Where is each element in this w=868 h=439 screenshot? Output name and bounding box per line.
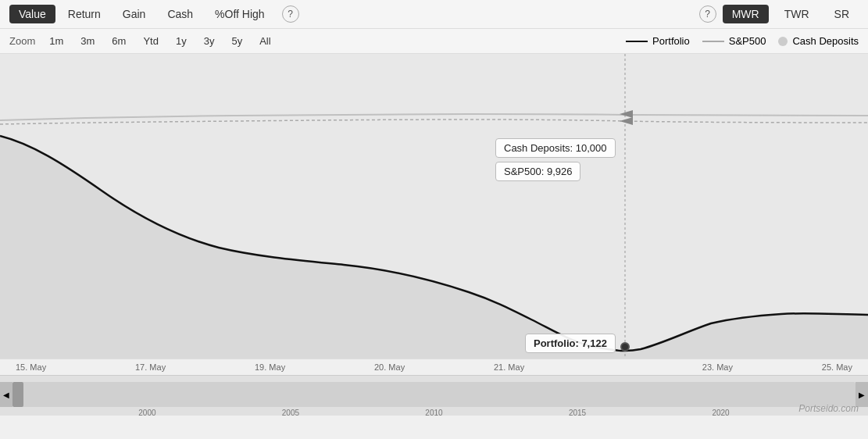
scrollbar-area: ◀ 2000 2005 2010 2015 2020 ▶ Portseido.c… — [0, 375, 868, 416]
year-2020: 2020 — [712, 409, 729, 416]
zoom-controls: Zoom 1m 3m 6m Ytd 1y 3y 5y All — [9, 34, 277, 48]
zoom-1m[interactable]: 1m — [43, 34, 70, 48]
tab-return[interactable]: Return — [59, 5, 110, 23]
branding: Portseido.com — [798, 403, 859, 414]
legend-portfolio-line — [626, 41, 648, 42]
scrollbar-track — [13, 382, 855, 407]
year-2010: 2010 — [425, 409, 442, 416]
tab-sr[interactable]: SR — [825, 5, 859, 23]
legend-portfolio-label: Portfolio — [652, 35, 690, 47]
tabs-right: ? MWR TWR SR — [695, 5, 859, 23]
x-label-3: 20. May — [374, 362, 405, 372]
chart-legend: Portfolio S&P500 Cash Deposits — [626, 35, 859, 47]
top-bar: Value Return Gain Cash %Off High ? ? MWR… — [0, 0, 868, 29]
year-labels: 2000 2005 2010 2015 2020 — [13, 409, 855, 416]
help-icon-left[interactable]: ? — [282, 5, 299, 23]
scroll-left-arrow[interactable]: ◀ — [0, 382, 13, 407]
tab-mwr[interactable]: MWR — [723, 5, 769, 23]
zoom-5y[interactable]: 5y — [225, 34, 248, 48]
x-label-4: 21. May — [494, 362, 524, 372]
x-label-6: 23. May — [702, 362, 733, 372]
legend-cash-dot — [778, 37, 788, 46]
chart-svg — [0, 54, 868, 359]
x-label-1: 17. May — [135, 362, 166, 372]
year-2000: 2000 — [138, 409, 155, 416]
tab-twr[interactable]: TWR — [775, 5, 819, 23]
zoom-all[interactable]: All — [253, 34, 277, 48]
tab-cash[interactable]: Cash — [158, 5, 202, 23]
legend-cash-deposits: Cash Deposits — [778, 35, 859, 47]
scrollbar-handle[interactable] — [13, 382, 23, 407]
x-label-7: 25. May — [822, 362, 852, 372]
year-2015: 2015 — [569, 409, 586, 416]
zoom-3y[interactable]: 3y — [198, 34, 221, 48]
tabs-left: Value Return Gain Cash %Off High ? — [9, 5, 299, 23]
legend-sp500: S&P500 — [702, 35, 766, 47]
chart-area: Cash Deposits: 10,000 S&P500: 9,926 Port… — [0, 54, 868, 359]
tab-pct-off-high[interactable]: %Off High — [205, 5, 274, 23]
zoom-label: Zoom — [9, 35, 35, 47]
zoom-ytd[interactable]: Ytd — [137, 34, 165, 48]
legend-sp500-label: S&P500 — [729, 35, 766, 47]
year-2005: 2005 — [282, 409, 299, 416]
legend-portfolio: Portfolio — [626, 35, 690, 47]
x-label-0: 15. May — [16, 362, 46, 372]
zoom-1y[interactable]: 1y — [170, 34, 193, 48]
legend-sp500-line — [702, 41, 724, 42]
tab-gain[interactable]: Gain — [113, 5, 155, 23]
help-icon-right[interactable]: ? — [699, 5, 716, 23]
tab-value[interactable]: Value — [9, 5, 55, 23]
x-axis: 15. May 17. May 19. May 20. May 21. May … — [0, 359, 868, 375]
x-label-2: 19. May — [255, 362, 285, 372]
legend-cash-label: Cash Deposits — [792, 35, 859, 47]
zoom-bar: Zoom 1m 3m 6m Ytd 1y 3y 5y All Portfolio… — [0, 29, 868, 54]
zoom-6m[interactable]: 6m — [105, 34, 132, 48]
zoom-3m[interactable]: 3m — [74, 34, 101, 48]
svg-point-2 — [621, 343, 629, 351]
